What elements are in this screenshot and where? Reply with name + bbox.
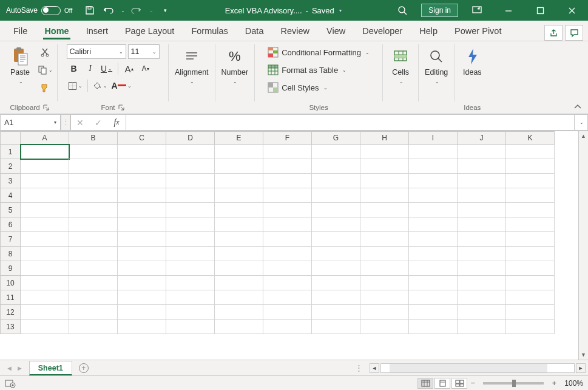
cell[interactable] — [312, 276, 360, 290]
cell[interactable] — [118, 159, 166, 174]
row-header[interactable]: 12 — [0, 305, 21, 320]
font-color-icon[interactable]: A⌄ — [110, 78, 133, 93]
sign-in-button[interactable]: Sign in — [421, 4, 458, 17]
copy-icon[interactable]: ⌄ — [36, 62, 53, 78]
cell[interactable] — [69, 261, 118, 276]
scroll-left-icon[interactable]: ◄ — [370, 363, 379, 373]
cell[interactable] — [166, 159, 215, 174]
scroll-right-icon[interactable]: ► — [576, 363, 586, 373]
cell[interactable] — [360, 159, 409, 174]
cell[interactable] — [360, 145, 409, 159]
cell[interactable] — [312, 203, 360, 217]
cell[interactable] — [312, 145, 360, 159]
row-header[interactable]: 5 — [0, 203, 21, 217]
tab-developer[interactable]: Developer — [354, 22, 411, 41]
sheet-tab-sheet1[interactable]: Sheet1 — [29, 361, 72, 375]
cell[interactable] — [458, 305, 506, 320]
cell[interactable] — [166, 145, 215, 159]
cell[interactable] — [118, 232, 166, 247]
cell[interactable] — [506, 145, 555, 159]
cell[interactable] — [21, 159, 69, 174]
cell[interactable] — [21, 188, 69, 203]
cell[interactable] — [21, 174, 69, 188]
cell[interactable] — [21, 320, 69, 334]
cell[interactable] — [409, 159, 458, 174]
cell[interactable] — [263, 203, 312, 217]
cell[interactable] — [69, 290, 118, 305]
cell[interactable] — [21, 305, 69, 320]
macro-record-icon[interactable] — [5, 378, 16, 388]
row-header[interactable]: 9 — [0, 261, 21, 276]
cell[interactable] — [166, 261, 215, 276]
cells-button[interactable]: Cells⌄ — [387, 44, 414, 87]
cell[interactable] — [312, 290, 360, 305]
cell[interactable] — [506, 159, 555, 174]
cell[interactable] — [166, 232, 215, 247]
cell[interactable] — [263, 159, 312, 174]
column-header[interactable]: H — [360, 131, 409, 145]
cell[interactable] — [166, 276, 215, 290]
maximize-icon[interactable] — [527, 0, 553, 21]
tab-view[interactable]: View — [318, 22, 354, 41]
close-icon[interactable] — [559, 0, 584, 21]
cell[interactable] — [458, 276, 506, 290]
cell[interactable] — [215, 276, 263, 290]
column-header[interactable]: B — [69, 131, 118, 145]
undo-icon[interactable] — [101, 4, 115, 17]
cell[interactable] — [69, 305, 118, 320]
tab-power-pivot[interactable]: Power Pivot — [446, 22, 510, 41]
paste-button[interactable]: Paste⌄ — [6, 44, 34, 87]
cell[interactable] — [360, 305, 409, 320]
cell[interactable] — [118, 203, 166, 217]
cell[interactable] — [506, 174, 555, 188]
title-dropdown-icon[interactable]: ▾ — [339, 8, 342, 13]
alignment-button[interactable]: Alignment⌄ — [172, 44, 211, 87]
tab-insert[interactable]: Insert — [78, 22, 117, 41]
name-box[interactable]: A1▾ — [0, 114, 61, 131]
cell[interactable] — [263, 174, 312, 188]
column-header[interactable]: C — [118, 131, 166, 145]
collapse-ribbon-icon[interactable] — [573, 104, 582, 110]
zoom-out-icon[interactable]: − — [468, 379, 477, 388]
row-header[interactable]: 13 — [0, 320, 21, 334]
cell[interactable] — [458, 217, 506, 232]
cell[interactable] — [409, 320, 458, 334]
cell[interactable] — [215, 261, 263, 276]
sheet-nav-prev-icon[interactable]: ◄ — [6, 364, 13, 372]
cell[interactable] — [506, 320, 555, 334]
cell[interactable] — [312, 247, 360, 261]
column-header[interactable]: I — [409, 131, 458, 145]
tab-formulas[interactable]: Formulas — [183, 22, 236, 41]
column-header[interactable]: G — [312, 131, 360, 145]
tab-review[interactable]: Review — [272, 22, 318, 41]
cell[interactable] — [118, 174, 166, 188]
cell[interactable] — [458, 145, 506, 159]
cell[interactable] — [215, 232, 263, 247]
tab-data[interactable]: Data — [237, 22, 272, 41]
cell[interactable] — [263, 276, 312, 290]
cell[interactable] — [360, 320, 409, 334]
cell[interactable] — [21, 217, 69, 232]
formula-input[interactable] — [126, 114, 575, 131]
cell[interactable] — [458, 320, 506, 334]
number-button[interactable]: % Number⌄ — [219, 44, 251, 87]
cell[interactable] — [360, 261, 409, 276]
qat-customize-icon[interactable]: ▾ — [158, 4, 172, 17]
enter-formula-icon[interactable]: ✓ — [89, 115, 107, 130]
borders-icon[interactable]: ⌄ — [67, 78, 84, 93]
cell[interactable] — [409, 188, 458, 203]
cell[interactable] — [69, 188, 118, 203]
cell[interactable] — [21, 247, 69, 261]
cell[interactable] — [21, 276, 69, 290]
cell[interactable] — [263, 232, 312, 247]
comments-icon[interactable] — [565, 25, 583, 41]
cell[interactable] — [506, 247, 555, 261]
redo-icon[interactable] — [130, 4, 143, 17]
cell[interactable] — [360, 247, 409, 261]
cell[interactable] — [312, 261, 360, 276]
cell[interactable] — [166, 188, 215, 203]
cell[interactable] — [69, 320, 118, 334]
cell[interactable] — [409, 203, 458, 217]
ideas-button[interactable]: Ideas — [458, 44, 486, 78]
cell[interactable] — [118, 247, 166, 261]
